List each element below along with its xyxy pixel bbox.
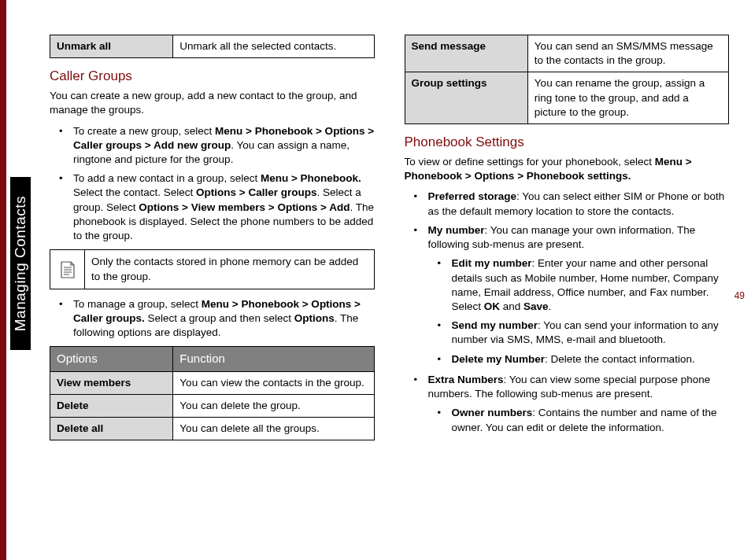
cell-label: Send message [405, 35, 527, 72]
cell-desc: You can send an SMS/MMS message to the c… [527, 35, 728, 72]
cell-desc: Unmark all the selected contacts. [173, 35, 374, 58]
my-number-sublist: Edit my number: Enter your name and othe… [428, 256, 730, 367]
options-table: Options Function View members You can vi… [50, 346, 375, 440]
phonebook-settings-list: Preferred storage: You can select either… [405, 190, 730, 434]
header-options: Options [50, 347, 173, 371]
list-item: To manage a group, select Menu > Phonebo… [50, 297, 375, 341]
list-item: Preferred storage: You can select either… [405, 190, 730, 218]
cell-label: Unmark all [50, 35, 173, 58]
heading-caller-groups: Caller Groups [50, 68, 375, 86]
table-row: Delete all You can delete all the groups… [50, 418, 375, 440]
page-number: 49 [734, 289, 745, 302]
left-column: Unmark all Unmark all the selected conta… [50, 31, 375, 544]
cell-label: View members [50, 371, 173, 394]
extra-numbers-sublist: Owner numbers: Contains the number and n… [428, 406, 730, 434]
note-text: Only the contacts stored in phone memory… [85, 250, 374, 288]
table-row: Delete You can delete the group. [50, 394, 375, 417]
list-item: To create a new group, select Menu > Pho… [50, 124, 375, 168]
right-column: Send message You can send an SMS/MMS mes… [405, 31, 730, 544]
edge-accent-bar [0, 0, 6, 560]
manage-group-list: To manage a group, select Menu > Phonebo… [50, 297, 375, 341]
table-row: Unmark all Unmark all the selected conta… [50, 35, 375, 58]
cell-label: Delete all [50, 418, 173, 440]
unmark-table: Unmark all Unmark all the selected conta… [50, 35, 375, 58]
section-tab: Managing Contacts [10, 177, 31, 350]
list-item: Extra Numbers: You can view some special… [405, 373, 730, 435]
caller-groups-list: To create a new group, select Menu > Pho… [50, 124, 375, 244]
cell-desc: You can rename the group, assign a ring … [527, 72, 728, 124]
group-options-table: Send message You can send an SMS/MMS mes… [405, 35, 730, 124]
table-row: Group settings You can rename the group,… [405, 72, 729, 124]
list-item: Send my number: You can send your inform… [428, 319, 730, 347]
list-item: To add a new contact in a group, select … [50, 171, 375, 243]
list-item: Delete my Number: Delete the contact inf… [428, 352, 730, 367]
page-content: 49 Unmark all Unmark all the selected co… [50, 31, 729, 544]
cell-label: Delete [50, 394, 173, 417]
heading-phonebook-settings: Phonebook Settings [405, 134, 730, 152]
caller-groups-intro: You can create a new group, add a new co… [50, 89, 375, 117]
section-tab-label: Managing Contacts [10, 196, 31, 331]
table-row: View members You can view the contacts i… [50, 371, 375, 394]
list-item: My number: You can manage your own infor… [405, 223, 730, 367]
phonebook-settings-intro: To view or define settings for your phon… [405, 155, 730, 183]
note-box: Only the contacts stored in phone memory… [50, 249, 375, 289]
cell-label: Group settings [405, 72, 527, 124]
note-icon [50, 250, 85, 288]
list-item: Edit my number: Enter your name and othe… [428, 256, 730, 314]
list-item: Owner numbers: Contains the number and n… [428, 406, 730, 434]
table-row: Send message You can send an SMS/MMS mes… [405, 35, 729, 72]
table-header-row: Options Function [50, 347, 375, 371]
header-function: Function [173, 347, 374, 371]
cell-desc: You can view the contacts in the group. [173, 371, 374, 394]
cell-desc: You can delete the group. [173, 394, 374, 417]
cell-desc: You can delete all the groups. [173, 418, 374, 440]
